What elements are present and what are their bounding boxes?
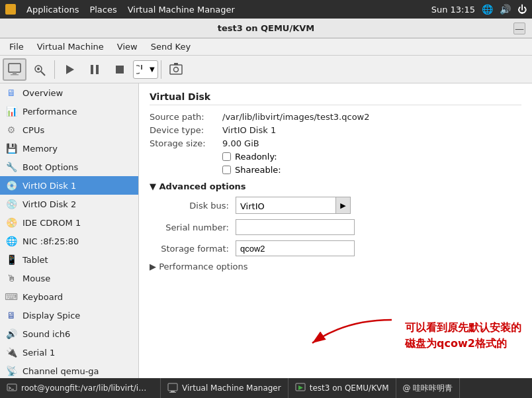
svg-rect-2: [11, 74, 19, 75]
toolbar-play-btn[interactable]: [58, 58, 81, 81]
source-path-value: /var/lib/libvirt/images/test3.qcow2: [222, 112, 370, 122]
sidebar-label-nic: NIC :8f:25:80: [22, 236, 79, 246]
sidebar-label-cpus: CPUs: [22, 125, 44, 135]
status-vmmgr[interactable]: Virtual Machine Manager: [161, 378, 288, 398]
status-vm-running[interactable]: test3 on QEMU/KVM: [288, 378, 396, 398]
places-menu[interactable]: Places: [89, 5, 116, 15]
serial-number-label: Serial number:: [150, 223, 236, 232]
annotation: 可以看到原先默认安装的 磁盘为qcow2格式的: [405, 320, 521, 352]
vmmgr-icon: [167, 383, 178, 393]
sidebar-item-overview[interactable]: 🖥 Overview: [0, 83, 138, 102]
sidebar-item-sound-ich6[interactable]: 🔊 Sound ich6: [0, 324, 138, 343]
menu-virtual-machine[interactable]: Virtual Machine: [32, 40, 109, 53]
sidebar-item-cpus[interactable]: ⚙ CPUs: [0, 121, 138, 139]
svg-rect-1: [13, 72, 17, 74]
toolbar-pause-btn[interactable]: [83, 58, 107, 81]
toolbar-key-btn[interactable]: [28, 58, 52, 81]
sidebar: 🖥 Overview 📊 Performance ⚙ CPUs 💾 Memory…: [0, 83, 139, 378]
boot-icon: 🔧: [5, 161, 17, 173]
sidebar-item-ide-cdrom[interactable]: 📀 IDE CDROM 1: [0, 213, 138, 232]
menu-view[interactable]: View: [112, 40, 143, 53]
disk-bus-arrow[interactable]: ▶: [335, 197, 350, 213]
sidebar-item-serial-1[interactable]: 🔌 Serial 1: [0, 343, 138, 362]
power-icon[interactable]: ⏻: [517, 4, 527, 15]
serial-number-control: [236, 219, 355, 235]
toolbar-power-dropdown[interactable]: ▼: [133, 60, 158, 79]
svg-line-4: [41, 72, 45, 75]
cpus-icon: ⚙: [5, 124, 17, 136]
vm-manager-label: Virtual Machine Manager: [128, 5, 235, 15]
serial-icon: 🔌: [5, 346, 17, 358]
toolbar-screenshot-btn[interactable]: [164, 58, 188, 81]
sidebar-label-virtio-disk-2: VirtIO Disk 2: [22, 199, 76, 209]
vm-running-icon: [295, 383, 306, 393]
sidebar-item-channel-qemu-ga[interactable]: 📡 Channel qemu-ga: [0, 362, 138, 378]
svg-point-12: [173, 67, 178, 72]
minimize-button[interactable]: —: [513, 23, 525, 34]
device-type-row: Device type: VirtIO Disk 1: [150, 125, 521, 135]
sidebar-item-performance[interactable]: 📊 Performance: [0, 102, 138, 121]
storage-size-value: 9.00 GiB: [222, 138, 259, 148]
sidebar-item-mouse[interactable]: 🖱 Mouse: [0, 269, 138, 287]
svg-point-5: [37, 68, 40, 70]
sidebar-label-virtio-disk-1: VirtIO Disk 1: [22, 181, 76, 191]
sidebar-label-mouse: Mouse: [22, 274, 50, 283]
section-title: Virtual Disk: [150, 91, 521, 105]
sidebar-item-tablet[interactable]: 📱 Tablet: [0, 250, 138, 269]
annotation-line2: 磁盘为qcow2格式的: [405, 337, 507, 350]
disk-bus-dropdown[interactable]: VirtIO ▶: [236, 197, 351, 214]
cdrom-icon: 📀: [5, 217, 17, 228]
serial-number-input[interactable]: [236, 219, 355, 235]
status-user: @ 哇咔咔明青: [396, 378, 461, 398]
status-vm-text: test3 on QEMU/KVM: [310, 383, 389, 393]
performance-options-header[interactable]: ▶ Performance options: [150, 262, 521, 272]
readonly-label: Readonly:: [235, 152, 277, 162]
disk-bus-value: VirtIO: [236, 197, 335, 213]
source-path-label: Source path:: [150, 112, 222, 122]
status-vmmgr-text: Virtual Machine Manager: [182, 383, 281, 393]
sidebar-item-boot-options[interactable]: 🔧 Boot Options: [0, 158, 138, 176]
device-type-value: VirtIO Disk 1: [222, 125, 276, 135]
svg-rect-0: [9, 64, 21, 72]
main-area: 🖥 Overview 📊 Performance ⚙ CPUs 💾 Memory…: [0, 83, 532, 378]
content-panel: Virtual Disk Source path: /var/lib/libvi…: [139, 83, 532, 378]
svg-rect-16: [168, 383, 177, 391]
toolbar: ▼: [0, 56, 532, 83]
menu-send-key[interactable]: Send Key: [146, 40, 196, 53]
sidebar-label-channel-qemu-ga: Channel qemu-ga: [22, 366, 99, 376]
sidebar-item-display-spice[interactable]: 🖥 Display Spice: [0, 306, 138, 324]
sidebar-item-virtio-disk-1[interactable]: 💿 VirtIO Disk 1: [0, 176, 138, 195]
sidebar-item-virtio-disk-2[interactable]: 💿 VirtIO Disk 2: [0, 195, 138, 213]
status-terminal[interactable]: root@youngfit:/var/lib/libvirt/ima...: [0, 378, 161, 398]
shareable-label: Shareable:: [235, 165, 281, 175]
annotation-line1: 可以看到原先默认安装的: [405, 321, 521, 334]
advanced-options-header[interactable]: ▼ Advanced options: [150, 181, 521, 191]
volume-icon[interactable]: 🔊: [500, 4, 511, 15]
sidebar-item-memory[interactable]: 💾 Memory: [0, 139, 138, 158]
overview-icon: 🖥: [5, 87, 17, 99]
disk-bus-control: VirtIO ▶: [236, 197, 351, 214]
shareable-checkbox[interactable]: [222, 166, 231, 174]
storage-format-input[interactable]: [236, 240, 355, 256]
svg-marker-6: [66, 65, 74, 74]
disk-bus-label: Disk bus:: [150, 201, 236, 211]
applications-menu[interactable]: Applications: [26, 5, 79, 15]
source-path-row: Source path: /var/lib/libvirt/images/tes…: [150, 112, 521, 122]
menu-file[interactable]: File: [4, 40, 29, 53]
sidebar-label-performance: Performance: [22, 107, 77, 117]
toolbar-monitor-btn[interactable]: [3, 58, 26, 81]
perf-options-label: ▶ Performance options: [150, 262, 248, 272]
tablet-icon: 📱: [5, 254, 17, 266]
sidebar-item-keyboard[interactable]: ⌨ Keyboard: [0, 287, 138, 306]
readonly-checkbox[interactable]: [222, 152, 231, 161]
display-icon: 🖥: [5, 309, 17, 321]
nic-icon: 🌐: [5, 235, 17, 247]
title-bar: test3 on QEMU/KVM —: [0, 19, 532, 38]
status-bar: root@youngfit:/var/lib/libvirt/ima... Vi…: [0, 378, 532, 398]
sidebar-label-overview: Overview: [22, 88, 63, 98]
system-app-icon: [5, 4, 16, 15]
keyboard-icon: ⌨: [5, 291, 17, 303]
sidebar-item-nic[interactable]: 🌐 NIC :8f:25:80: [0, 232, 138, 250]
toolbar-stop-btn[interactable]: [108, 58, 132, 81]
channel-icon: 📡: [5, 365, 17, 377]
